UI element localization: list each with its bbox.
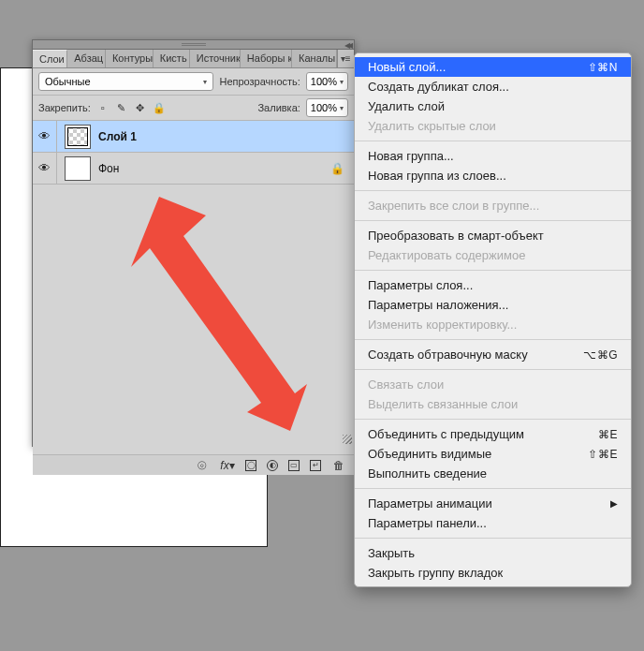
add-mask-icon[interactable]: ◯ bbox=[245, 460, 256, 471]
menu-separator bbox=[355, 141, 631, 141]
menu-separator bbox=[355, 369, 631, 370]
menu-item[interactable]: Создать дубликат слоя... bbox=[355, 77, 631, 96]
menu-item-label: Преобразовать в смарт-объект bbox=[368, 229, 544, 243]
menu-item[interactable]: Закрыть bbox=[355, 543, 631, 563]
menu-item-label: Новая группа из слоев... bbox=[368, 169, 506, 183]
menu-item[interactable]: Объединить с предыдущим⌘E bbox=[355, 424, 631, 444]
layers-panel-context-menu: Новый слой...⇧⌘NСоздать дубликат слоя...… bbox=[354, 52, 632, 587]
blend-mode-value: Обычные bbox=[45, 76, 91, 87]
menu-item-label: Параметры анимации bbox=[368, 496, 492, 510]
adjustment-layer-icon[interactable]: ◐ bbox=[267, 460, 278, 471]
lock-icons-group: ▫ ✎ ✥ 🔒 bbox=[96, 101, 166, 114]
layers-footer: ⦾ fx▾ ◯ ◐ ▭ ↵ 🗑 bbox=[33, 454, 354, 475]
tab-layers[interactable]: Слои bbox=[33, 50, 67, 67]
tab-source[interactable]: Источник bbox=[190, 50, 241, 67]
menu-item-label: Объединить с предыдущим bbox=[368, 427, 524, 441]
menu-item[interactable]: Удалить слой bbox=[355, 96, 631, 116]
fill-field[interactable]: 100% ▾ bbox=[306, 98, 348, 117]
menu-item-label: Удалить скрытые слои bbox=[368, 119, 496, 133]
tab-brush[interactable]: Кисть bbox=[154, 50, 190, 67]
visibility-toggle[interactable]: 👁 bbox=[33, 121, 57, 152]
menu-item-label: Параметры наложения... bbox=[368, 298, 508, 312]
menu-item[interactable]: Параметры наложения... bbox=[355, 295, 631, 315]
menu-item-label: Удалить слой bbox=[368, 99, 445, 113]
collapse-icon[interactable]: ◀◀ bbox=[344, 41, 350, 50]
menu-separator bbox=[355, 270, 631, 271]
layer-row[interactable]: 👁 Слой 1 bbox=[33, 121, 354, 153]
menu-item-label: Создать обтравочную маску bbox=[368, 348, 528, 362]
menu-item[interactable]: Новая группа... bbox=[355, 146, 631, 166]
menu-item-label: Объединить видимые bbox=[368, 447, 491, 461]
menu-item[interactable]: Параметры панели... bbox=[355, 513, 631, 533]
link-layers-icon[interactable]: ⦾ bbox=[195, 458, 210, 473]
submenu-arrow-icon: ▶ bbox=[610, 498, 618, 509]
menu-item[interactable]: Параметры анимации▶ bbox=[355, 494, 631, 513]
menu-item: Выделить связанные слои bbox=[355, 394, 631, 414]
chevron-down-icon: ▾ bbox=[340, 104, 344, 112]
tab-paragraph[interactable]: Абзац bbox=[67, 50, 106, 67]
lock-pixels-icon[interactable]: ✎ bbox=[115, 101, 128, 114]
menu-item-label: Параметры слоя... bbox=[368, 278, 473, 292]
menu-item-label: Выполнить сведение bbox=[368, 466, 487, 481]
layer-style-icon[interactable]: fx▾ bbox=[220, 458, 235, 473]
blend-opacity-row: Обычные ▾ Непрозрачность: 100% ▾ bbox=[33, 68, 354, 96]
menu-item[interactable]: Объединить видимые⇧⌘E bbox=[355, 444, 631, 464]
menu-item[interactable]: Преобразовать в смарт-объект bbox=[355, 226, 631, 245]
panel-menu-button[interactable]: ▾≡ bbox=[337, 50, 354, 67]
layer-thumbnail[interactable] bbox=[65, 156, 91, 181]
menu-shortcut: ⇧⌘E bbox=[588, 448, 618, 461]
menu-item[interactable]: Выполнить сведение bbox=[355, 464, 631, 483]
lock-transparency-icon[interactable]: ▫ bbox=[96, 101, 110, 114]
eye-icon: 👁 bbox=[38, 129, 51, 143]
menu-separator bbox=[355, 339, 631, 340]
tab-presets[interactable]: Наборы к bbox=[241, 50, 292, 67]
layer-row[interactable]: 👁 Фон 🔒 bbox=[33, 153, 354, 185]
new-group-icon[interactable]: ▭ bbox=[288, 460, 300, 471]
chevron-down-icon: ▾ bbox=[203, 78, 207, 86]
panel-grip[interactable]: ◀◀ bbox=[33, 40, 354, 50]
lock-icon: 🔒 bbox=[330, 162, 344, 175]
menu-item-label: Закрыть bbox=[368, 546, 415, 560]
menu-item-label: Создать дубликат слоя... bbox=[368, 80, 509, 94]
menu-item-label: Выделить связанные слои bbox=[368, 397, 518, 411]
menu-item-label: Параметры панели... bbox=[368, 516, 487, 530]
menu-separator bbox=[355, 220, 631, 221]
menu-item: Изменить корректировку... bbox=[355, 315, 631, 334]
tab-paths[interactable]: Контуры bbox=[106, 50, 154, 67]
delete-layer-icon[interactable]: 🗑 bbox=[331, 458, 346, 473]
menu-item: Удалить скрытые слои bbox=[355, 116, 631, 136]
menu-shortcut: ⇧⌘N bbox=[588, 61, 618, 74]
opacity-value: 100% bbox=[311, 76, 337, 87]
menu-item[interactable]: Закрыть группу вкладок bbox=[355, 563, 631, 583]
lock-label: Закрепить: bbox=[38, 102, 91, 113]
menu-item[interactable]: Новый слой...⇧⌘N bbox=[355, 57, 631, 77]
layer-thumbnail[interactable] bbox=[65, 125, 91, 149]
new-layer-icon[interactable]: ↵ bbox=[310, 460, 321, 471]
visibility-toggle[interactable]: 👁 bbox=[33, 153, 57, 184]
menu-item[interactable]: Создать обтравочную маску⌥⌘G bbox=[355, 345, 631, 364]
blend-mode-select[interactable]: Обычные ▾ bbox=[38, 72, 213, 91]
tab-channels[interactable]: Каналы bbox=[292, 50, 336, 67]
menu-item[interactable]: Новая группа из слоев... bbox=[355, 166, 631, 185]
menu-item[interactable]: Параметры слоя... bbox=[355, 275, 631, 295]
menu-item-label: Новый слой... bbox=[368, 60, 446, 74]
menu-item-label: Закрепить все слои в группе... bbox=[368, 199, 539, 213]
layers-empty-area[interactable] bbox=[33, 185, 354, 454]
resize-grip[interactable] bbox=[343, 435, 352, 444]
opacity-field[interactable]: 100% ▾ bbox=[306, 72, 348, 91]
menu-item-label: Закрыть группу вкладок bbox=[368, 566, 503, 580]
lock-fill-row: Закрепить: ▫ ✎ ✥ 🔒 Заливка: 100% ▾ bbox=[33, 96, 354, 121]
lock-position-icon[interactable]: ✥ bbox=[134, 101, 147, 114]
fill-label: Заливка: bbox=[257, 102, 300, 113]
menu-item: Редактировать содержимое bbox=[355, 245, 631, 265]
menu-item-label: Изменить корректировку... bbox=[368, 318, 517, 332]
lock-all-icon[interactable]: 🔒 bbox=[153, 101, 166, 114]
layer-name: Фон bbox=[98, 162, 119, 175]
menu-item: Закрепить все слои в группе... bbox=[355, 196, 631, 215]
layers-list: 👁 Слой 1 👁 Фон 🔒 bbox=[33, 121, 354, 454]
menu-item-label: Новая группа... bbox=[368, 149, 454, 163]
chevron-down-icon: ▾ bbox=[340, 78, 344, 86]
layer-name: Слой 1 bbox=[98, 130, 137, 143]
panel-tab-strip: Слои Абзац Контуры Кисть Источник Наборы… bbox=[33, 50, 354, 68]
menu-item-label: Связать слои bbox=[368, 377, 444, 392]
